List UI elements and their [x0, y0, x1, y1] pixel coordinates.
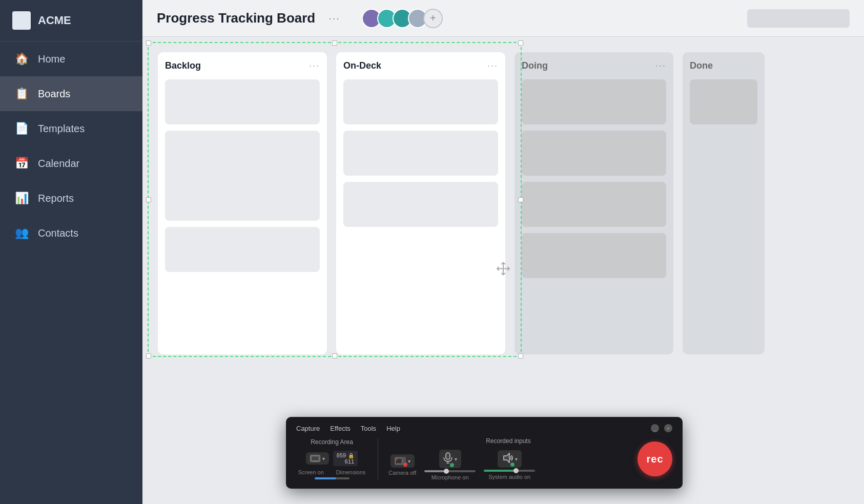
microphone-label: Microphone on — [431, 474, 469, 480]
audio-slider-fill — [484, 470, 515, 472]
toolbar-menu: Capture Effects Tools Help — [296, 425, 400, 432]
system-audio-button[interactable]: ▾ — [498, 450, 522, 468]
microphone-control: ▾ Microphone on — [424, 450, 476, 480]
sidebar-item-templates[interactable]: 📄 Templates — [0, 111, 142, 146]
logo-text: ACME — [38, 14, 71, 27]
svg-marker-7 — [504, 453, 509, 463]
capture-toolbar: Capture Effects Tools Help _ × Recording… — [286, 417, 683, 489]
column-done: Done — [683, 52, 765, 354]
toolbar-menu-effects[interactable]: Effects — [330, 425, 351, 432]
sidebar-item-contacts[interactable]: 👥 Contacts — [0, 216, 142, 250]
svg-rect-4 — [446, 453, 450, 459]
rec-labels-row: Screen on Dimensions — [298, 469, 366, 475]
microphone-button[interactable]: ▾ — [439, 450, 461, 468]
logo-icon — [12, 11, 31, 30]
handle-ml[interactable] — [146, 197, 151, 202]
lock-icon: 🔒 — [348, 453, 354, 458]
sidebar-label-calendar: Calendar — [38, 158, 79, 170]
microphone-slider[interactable] — [424, 470, 476, 472]
handle-tc[interactable] — [332, 40, 337, 46]
dimensions-label: Dimensions — [336, 469, 365, 475]
header: Progress Tracking Board ··· + — [142, 0, 864, 37]
audio-slider-thumb — [513, 468, 519, 473]
system-audio-control: ▾ System audio on — [484, 450, 535, 480]
column-more-doing[interactable]: ··· — [655, 60, 666, 71]
svg-rect-0 — [311, 456, 319, 460]
card-backlog-2[interactable] — [165, 131, 320, 221]
column-more-on-deck[interactable]: ··· — [487, 60, 498, 71]
column-doing: Doing ··· — [515, 52, 673, 354]
card-on-deck-3[interactable] — [343, 182, 498, 227]
sidebar-item-boards[interactable]: 📋 Boards — [0, 76, 142, 111]
toolbar-menu-help[interactable]: Help — [386, 425, 400, 432]
recording-area-label: Recording Area — [311, 438, 353, 446]
recorded-inputs-section: Recorded inputs — [378, 437, 628, 480]
sidebar-label-templates: Templates — [38, 123, 85, 135]
home-icon: 🏠 — [14, 52, 29, 66]
mic-chevron: ▾ — [455, 456, 457, 462]
column-title-doing: Doing — [522, 60, 548, 71]
card-backlog-1[interactable] — [165, 79, 320, 124]
board-title: Progress Tracking Board — [157, 10, 315, 26]
audio-on-indicator — [510, 463, 515, 467]
card-doing-4[interactable] — [522, 233, 666, 278]
close-button[interactable]: × — [664, 424, 672, 432]
audio-chevron: ▾ — [515, 456, 518, 462]
screen-icon — [310, 455, 320, 462]
rec-button[interactable]: rec — [637, 442, 672, 476]
header-search — [747, 9, 850, 28]
svg-point-3 — [396, 459, 397, 460]
sidebar-logo: ACME — [0, 0, 142, 41]
column-header-doing: Doing ··· — [522, 60, 666, 71]
avatar-group: + — [362, 9, 443, 28]
screen-on-label: Screen on — [298, 469, 324, 475]
height-value: 611 — [345, 458, 354, 465]
card-done-1[interactable] — [690, 79, 757, 124]
system-audio-label: System audio on — [488, 474, 530, 480]
sidebar: ACME 🏠 Home 📋 Boards 📄 Templates 📅 Calen… — [0, 0, 142, 504]
width-value: 859 — [337, 452, 346, 458]
handle-tr[interactable] — [518, 40, 523, 46]
calendar-icon: 📅 — [14, 156, 29, 171]
column-header-done: Done — [690, 60, 757, 71]
screen-slider[interactable] — [315, 477, 349, 479]
camera-off-indicator — [403, 463, 407, 467]
sidebar-label-boards: Boards — [38, 88, 70, 100]
toolbar-menu-capture[interactable]: Capture — [296, 425, 320, 432]
handle-bl[interactable] — [146, 353, 151, 359]
main-area: Progress Tracking Board ··· + — [142, 0, 864, 504]
column-title-on-deck: On-Deck — [343, 60, 381, 71]
card-on-deck-1[interactable] — [343, 79, 498, 124]
sidebar-item-home[interactable]: 🏠 Home — [0, 41, 142, 76]
card-on-deck-2[interactable] — [343, 131, 498, 176]
sidebar-item-calendar[interactable]: 📅 Calendar — [0, 146, 142, 181]
add-member-button[interactable]: + — [423, 9, 443, 28]
card-doing-1[interactable] — [522, 79, 666, 124]
column-header-backlog: Backlog ··· — [165, 60, 320, 71]
recorded-inputs-label: Recorded inputs — [486, 437, 530, 445]
minimize-button[interactable]: _ — [651, 424, 659, 432]
templates-icon: 📄 — [14, 121, 29, 136]
card-doing-3[interactable] — [522, 182, 666, 227]
toolbar-titlebar: Capture Effects Tools Help _ × — [296, 424, 672, 432]
column-more-backlog[interactable]: ··· — [309, 60, 320, 71]
card-doing-2[interactable] — [522, 131, 666, 176]
toolbar-window-buttons: _ × — [651, 424, 672, 432]
system-audio-slider[interactable] — [484, 470, 535, 472]
boards-icon: 📋 — [14, 87, 29, 101]
column-title-done: Done — [690, 60, 713, 71]
screen-select-button[interactable]: ▾ — [306, 452, 329, 465]
handle-tl[interactable] — [146, 40, 151, 46]
column-backlog: Backlog ··· — [158, 52, 327, 354]
camera-button[interactable]: ▾ — [390, 454, 415, 468]
handle-bc[interactable] — [332, 353, 337, 359]
svg-rect-1 — [314, 460, 316, 461]
sidebar-label-home: Home — [38, 53, 65, 65]
microphone-icon — [443, 452, 452, 466]
column-on-deck: On-Deck ··· — [336, 52, 505, 354]
board-more-button[interactable]: ··· — [325, 11, 343, 25]
toolbar-menu-tools[interactable]: Tools — [361, 425, 376, 432]
sidebar-item-reports[interactable]: 📊 Reports — [0, 181, 142, 216]
screen-chevron: ▾ — [322, 456, 325, 461]
card-backlog-3[interactable] — [165, 227, 320, 272]
